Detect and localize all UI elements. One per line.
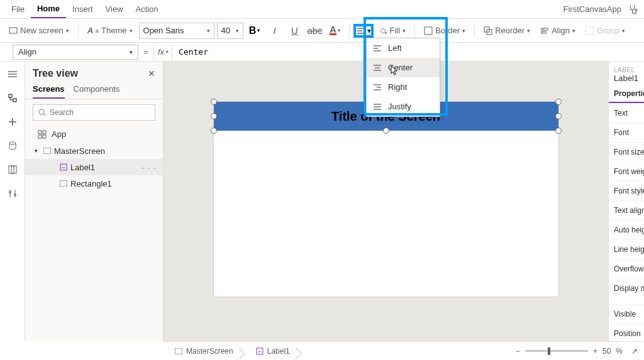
tree-app-node[interactable]: App (25, 126, 163, 143)
tree-node-label1[interactable]: Label1 · · · (25, 159, 163, 175)
font-family-select[interactable]: Open Sans▾ (139, 23, 214, 39)
align-center-icon (373, 63, 382, 72)
app-checker-icon[interactable] (628, 4, 639, 15)
zoom-slider[interactable] (525, 350, 588, 352)
dropdown-item-justify[interactable]: Justify (367, 97, 440, 116)
rail-media-icon[interactable] (6, 163, 19, 176)
italic-button[interactable]: I (266, 22, 284, 40)
align-right-icon (373, 83, 382, 92)
more-icon[interactable]: · · · (142, 163, 157, 172)
canvas-screen[interactable]: Title of the Screen (214, 102, 558, 297)
svg-rect-36 (60, 180, 67, 187)
svg-point-20 (9, 142, 16, 145)
menu-view[interactable]: View (99, 1, 130, 18)
bold-button[interactable]: B▾ (246, 22, 264, 40)
font-size-select[interactable]: 40▾ (217, 23, 243, 39)
theme-button[interactable]: Aa Theme▾ (84, 23, 136, 38)
tree-view-pane: Tree view ✕ Screens Components App ▾ Mas… (25, 62, 164, 341)
app-icon (38, 130, 47, 139)
close-icon[interactable]: ✕ (148, 68, 155, 79)
svg-rect-17 (13, 99, 16, 102)
svg-rect-11 (543, 31, 546, 33)
dropdown-item-right[interactable]: Right (367, 77, 440, 97)
app-name: FirstCanvasApp (564, 4, 628, 14)
fx-button[interactable]: fx▾ (153, 43, 172, 61)
selection-handle[interactable] (555, 99, 562, 105)
underline-button[interactable]: U (286, 22, 304, 40)
properties-pane: LABEL Label1 Properties Text Font Font s… (608, 62, 644, 341)
rail-data-icon[interactable] (6, 139, 19, 152)
tree-search[interactable] (33, 104, 155, 121)
chevron-down-icon[interactable]: ▾ (31, 146, 40, 155)
prop-text-alignment[interactable]: Text alignment (609, 200, 644, 220)
rail-insert-icon[interactable] (6, 116, 19, 128)
svg-rect-21 (9, 166, 16, 173)
control-name-label: Label1 (609, 74, 644, 87)
rail-tree-icon[interactable] (6, 92, 19, 104)
svg-rect-32 (43, 135, 46, 138)
menu-action[interactable]: Action (130, 1, 165, 18)
svg-rect-49 (175, 348, 182, 354)
border-button[interactable]: Border▾ (420, 23, 469, 38)
tab-components[interactable]: Components (74, 84, 120, 99)
tree-view-title: Tree view (33, 68, 78, 79)
new-screen-button[interactable]: New screen▾ (5, 23, 73, 38)
menu-file[interactable]: File (5, 1, 31, 18)
prop-overflow[interactable]: Overflow (609, 259, 644, 278)
align-objects-icon (540, 26, 549, 35)
selection-handle[interactable] (211, 113, 217, 119)
svg-rect-50 (257, 348, 263, 354)
prop-font-style[interactable]: Font style (609, 181, 644, 200)
zoom-in-button[interactable]: + (593, 347, 597, 356)
screen-node-icon (43, 146, 52, 155)
selection-handle[interactable] (555, 128, 562, 134)
control-type-label: LABEL (609, 62, 644, 74)
tree-node-masterscreen[interactable]: ▾ MasterScreen (25, 143, 163, 159)
prop-auto-height[interactable]: Auto height (609, 220, 644, 239)
svg-point-0 (635, 9, 637, 11)
prop-font[interactable]: Font (609, 123, 644, 142)
selection-handle[interactable] (211, 99, 217, 105)
svg-rect-10 (543, 28, 548, 30)
menu-home[interactable]: Home (31, 0, 66, 18)
svg-rect-29 (38, 131, 42, 134)
rail-hamburger-icon[interactable] (6, 68, 19, 80)
menu-insert[interactable]: Insert (66, 1, 99, 18)
svg-rect-6 (425, 27, 432, 35)
font-color-button[interactable]: A▾ (326, 22, 344, 40)
prop-font-size[interactable]: Font size (609, 142, 644, 161)
breadcrumb-screen[interactable]: MasterScreen (170, 347, 238, 356)
svg-point-5 (385, 32, 387, 34)
strikethrough-button[interactable]: abc (306, 22, 324, 40)
dropdown-item-left[interactable]: Left (367, 38, 440, 58)
selection-handle[interactable] (555, 113, 562, 119)
reorder-button[interactable]: Reorder▾ (480, 23, 534, 38)
menu-bar: File Home Insert View Action FirstCanvas… (0, 0, 644, 19)
prop-display-mode[interactable]: Display mode (609, 278, 644, 298)
screen-icon (9, 26, 18, 35)
svg-rect-16 (9, 94, 12, 97)
prop-text[interactable]: Text (609, 103, 644, 123)
tab-screens[interactable]: Screens (33, 84, 65, 99)
zoom-out-button[interactable]: − (516, 347, 520, 356)
breadcrumb-control[interactable]: Label1 (251, 347, 295, 356)
prop-line-height[interactable]: Line height (609, 239, 644, 259)
dropdown-item-center[interactable]: Center (367, 58, 440, 77)
rail-advanced-icon[interactable] (6, 187, 19, 200)
prop-font-weight[interactable]: Font weight (609, 161, 644, 181)
prop-position[interactable]: Position (609, 324, 644, 341)
properties-tab[interactable]: Properties (609, 87, 644, 103)
align-button[interactable]: Align▾ (536, 23, 579, 38)
border-icon (424, 26, 433, 35)
text-align-button[interactable]: ▾ (355, 25, 372, 36)
fill-button[interactable]: Fill▾ (375, 23, 410, 38)
search-input[interactable] (50, 108, 150, 117)
prop-visible[interactable]: Visible (609, 304, 644, 324)
property-select[interactable]: Align▾ (13, 45, 138, 60)
tree-node-rectangle1[interactable]: Rectangle1 (25, 175, 163, 192)
selection-handle[interactable] (383, 128, 389, 134)
align-left-icon (373, 44, 382, 53)
selection-handle[interactable] (211, 128, 217, 134)
group-icon (586, 26, 594, 35)
zoom-fit-button[interactable]: ↗ (631, 347, 638, 356)
